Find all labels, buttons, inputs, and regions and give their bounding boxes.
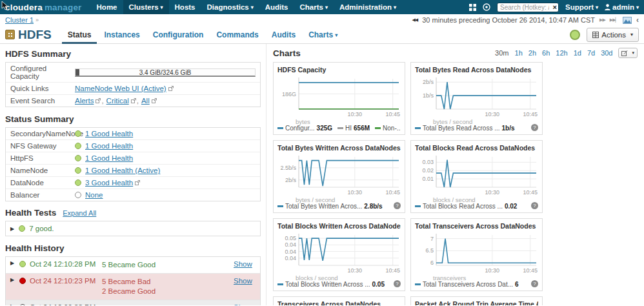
rewind-icon[interactable]: ◀◀	[412, 17, 418, 23]
health-tests-summary[interactable]: ▶ 7 good.	[5, 221, 261, 236]
chart-card[interactable]: Total Blocks Written Across DataNodes 0.…	[273, 218, 405, 291]
role-health-link[interactable]: None	[85, 191, 103, 199]
show-link[interactable]: Show	[234, 303, 257, 305]
svg-text:0.05: 0.05	[285, 235, 296, 241]
edit-charts-button[interactable]: ▾	[618, 48, 638, 58]
chart-card[interactable]: Total Blocks Read Across DataNodes 0.030…	[410, 140, 543, 213]
legend-series-value: 1b/s	[502, 125, 515, 132]
health-tests-text: 7 good.	[29, 225, 54, 232]
tab-status[interactable]: Status	[62, 26, 97, 44]
chart-card[interactable]: Total Bytes Read Across DataNodes 2b/s1b…	[410, 62, 543, 135]
svg-text:1b/s: 1b/s	[423, 92, 434, 99]
health-dot-icon	[75, 192, 81, 198]
nav-item-charts[interactable]: Charts▾	[294, 0, 334, 14]
expand-all-link[interactable]: Expand All	[63, 209, 96, 217]
table-row: Balancer None	[6, 189, 260, 201]
tab-charts[interactable]: Charts▾	[303, 26, 343, 44]
range-2h[interactable]: 2h	[528, 49, 536, 57]
range-30d[interactable]: 30d	[601, 49, 612, 57]
legend-series-value: 656M	[354, 125, 370, 132]
range-7d[interactable]: 7d	[587, 49, 595, 57]
chart-plot: 2.5b/s2b/s10:3010:45bytes / second	[277, 152, 401, 204]
chart-card[interactable]: Packet Ack Round Trip Average Time Acros…	[410, 296, 543, 305]
expand-arrow-icon[interactable]: ▶	[10, 303, 15, 305]
breadcrumb-cluster-link[interactable]: Cluster 1	[5, 16, 34, 24]
actions-button[interactable]: Actions ▾	[587, 28, 639, 42]
tab-commands[interactable]: Commands	[210, 26, 264, 44]
nav-item-home[interactable]: Home	[91, 0, 123, 14]
user-menu[interactable]: admin▾	[605, 3, 639, 11]
role-health-link[interactable]: 3 Good Health	[85, 179, 133, 187]
skip-to-now-icon[interactable]: ▶▶▏	[610, 17, 618, 23]
expand-arrow-icon[interactable]: ▶	[10, 260, 15, 266]
role-health-link[interactable]: 1 Good Health	[85, 130, 133, 138]
time-marker-icon[interactable]	[623, 17, 632, 24]
health-history-list[interactable]: ▶ Oct 24 12:10:28 PM 5 Became Good Show …	[5, 256, 261, 305]
breadcrumb-separator: »	[35, 17, 39, 23]
svg-text:0.03: 0.03	[422, 159, 434, 165]
collapse-charts-icon[interactable]: ‹	[636, 15, 639, 25]
svg-text:6.5: 6.5	[425, 247, 434, 254]
legend-series-name: Non-...	[383, 125, 401, 132]
support-menu[interactable]: Support▾	[565, 3, 598, 11]
health-dot-icon	[19, 278, 26, 284]
chart-card[interactable]: Total Bytes Written Across DataNodes 2.5…	[273, 140, 405, 213]
role-label: DataNode	[10, 179, 75, 187]
help-icon[interactable]: ?	[531, 280, 538, 287]
running-commands-icon[interactable]	[483, 3, 490, 11]
range-1d[interactable]: 1d	[574, 49, 581, 57]
help-icon[interactable]: ?	[394, 280, 401, 287]
chart-card[interactable]: Transceivers Across DataNodes	[273, 296, 405, 305]
nav-item-hosts[interactable]: Hosts	[169, 0, 201, 14]
tab-configuration[interactable]: Configuration	[147, 26, 210, 44]
pencil-icon	[621, 50, 628, 56]
search-input[interactable]	[497, 3, 559, 12]
range-6h[interactable]: 6h	[542, 49, 550, 57]
legend-swatch-icon	[415, 205, 421, 207]
range-30m[interactable]: 30m	[495, 49, 508, 57]
show-link[interactable]: Show	[234, 260, 257, 268]
show-link[interactable]: Show	[234, 277, 257, 285]
charts-grid: HDFS Capacity 186G10:3010:45bytes Config…	[273, 62, 638, 305]
expand-arrow-icon[interactable]: ▶	[10, 226, 14, 232]
legend-item: Total Bytes Read Across ...1b/s	[415, 125, 515, 132]
tab-instances[interactable]: Instances	[98, 26, 145, 44]
table-row: DataNode 3 Good Health	[6, 176, 260, 189]
help-icon[interactable]: ?	[531, 202, 538, 209]
svg-text:10:30: 10:30	[348, 111, 363, 117]
tab-audits[interactable]: Audits	[266, 26, 301, 44]
role-health-link[interactable]: 1 Good Health	[85, 142, 133, 150]
clear-search-icon[interactable]: ×	[553, 3, 557, 12]
chart-legend: Total Blocks Written Across ...0.05	[277, 281, 401, 288]
range-1h[interactable]: 1h	[515, 49, 523, 57]
event-search-critical-link[interactable]: Critical	[106, 97, 129, 105]
hdfs-summary-heading: HDFS Summary	[5, 49, 261, 59]
top-navbar: clouderamanager Home Clusters▾ Hosts Dia…	[0, 0, 644, 14]
forward-icon[interactable]: ▶▶	[599, 17, 605, 23]
nav-item-administration[interactable]: Administration▾	[334, 0, 402, 14]
legend-series-name: Total Transceivers Across Dat...	[423, 281, 513, 288]
legend-swatch-icon	[375, 127, 381, 129]
nav-item-audits[interactable]: Audits	[259, 0, 294, 14]
namenode-web-ui-link[interactable]: NameNode Web UI (Active)	[75, 85, 166, 92]
role-health-link[interactable]: 1 Good Health	[85, 154, 133, 162]
nav-item-diagnostics[interactable]: Diagnostics▾	[201, 0, 259, 14]
chart-card[interactable]: Total Transceivers Across DataNodes 76.5…	[410, 218, 543, 291]
cloudera-manager-logo[interactable]: clouderamanager	[5, 3, 82, 12]
capacity-value: 3.4 GiB/324.6 GiB	[75, 69, 255, 77]
role-health-link[interactable]: 1 Good Health (Active)	[85, 167, 160, 174]
parcels-icon[interactable]	[469, 4, 476, 11]
event-search-alerts-link[interactable]: Alerts	[75, 97, 94, 105]
help-icon[interactable]: ?	[394, 202, 401, 209]
range-12h[interactable]: 12h	[556, 49, 567, 57]
svg-text:2b/s: 2b/s	[423, 79, 434, 85]
help-icon[interactable]: ?	[531, 124, 538, 131]
svg-text:0.01: 0.01	[422, 176, 434, 182]
chart-card[interactable]: HDFS Capacity 186G10:3010:45bytes Config…	[273, 62, 405, 135]
expand-arrow-icon[interactable]: ▶	[10, 277, 15, 283]
event-search-all-link[interactable]: All	[141, 97, 150, 105]
legend-series-value: 325G	[317, 125, 332, 132]
health-dot-icon	[19, 304, 26, 305]
chart-plot: 0.030.020.0110:3010:45blocks / second	[415, 152, 539, 204]
nav-item-clusters[interactable]: Clusters▾	[123, 0, 169, 14]
